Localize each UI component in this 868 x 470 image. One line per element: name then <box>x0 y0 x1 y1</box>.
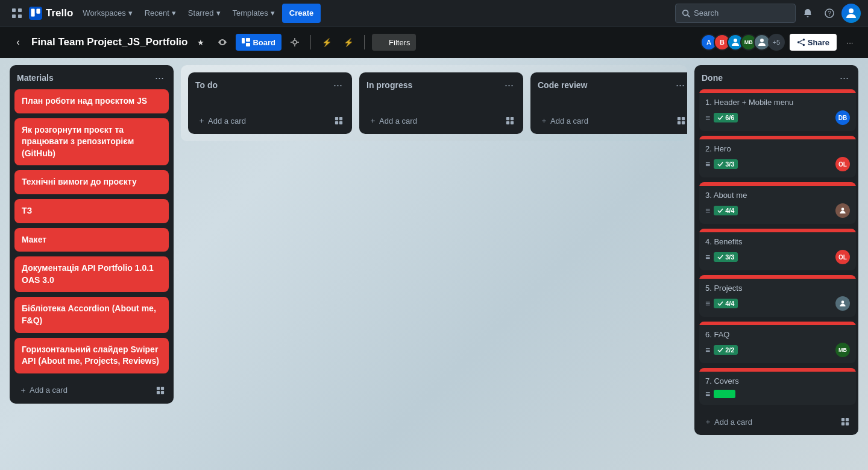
recent-menu[interactable]: Recent ▾ <box>140 4 181 23</box>
plus-icon: ＋ <box>198 115 206 126</box>
automation-icon[interactable]: ⚡ <box>340 34 357 51</box>
list-cards-done: 1. Header + Mobile menu ≡ 6/6 DB <box>694 89 858 410</box>
trello-logo-text: Trello <box>46 7 73 19</box>
svg-point-22 <box>802 39 805 41</box>
svg-rect-31 <box>335 117 338 120</box>
svg-line-8 <box>688 14 690 17</box>
svg-rect-40 <box>682 117 685 120</box>
board-title: Final Team Project_JS_Portfolio <box>31 36 187 48</box>
done-card-6[interactable]: 6. FAQ ≡ 2/2 MB <box>699 322 856 363</box>
list-header-done: Done ··· <box>694 65 858 89</box>
svg-point-7 <box>683 10 688 15</box>
star-icon[interactable]: ★ <box>192 34 209 51</box>
checklist-badge-6: 2/2 <box>714 345 738 355</box>
help-icon[interactable]: ? <box>820 4 839 23</box>
svg-rect-13 <box>246 38 250 42</box>
svg-rect-3 <box>18 14 22 18</box>
create-button[interactable]: Create <box>282 4 321 23</box>
plus-icon: ＋ <box>540 115 548 126</box>
add-card-button-inprogress[interactable]: ＋ Add a card <box>364 113 502 129</box>
board-view-button[interactable]: Board <box>236 34 281 51</box>
done-card-title-4: 4. Benefits <box>705 237 850 246</box>
grid-menu-icon[interactable] <box>7 4 27 23</box>
done-card-2[interactable]: 2. Hero ≡ 3/3 OL <box>699 136 856 177</box>
done-card-title-7: 7. Covers <box>705 376 850 386</box>
back-button[interactable]: ‹ <box>10 34 27 51</box>
more-options-icon[interactable]: ··· <box>841 34 858 51</box>
svg-rect-47 <box>841 422 844 425</box>
user-avatar[interactable] <box>841 4 861 23</box>
template-card-icon-todo[interactable] <box>330 112 347 129</box>
starred-menu[interactable]: Starred ▾ <box>183 4 225 23</box>
template-card-icon-done[interactable] <box>837 413 854 430</box>
svg-point-44 <box>841 300 844 303</box>
checklist-badge-4: 3/3 <box>714 252 738 262</box>
add-card-button-todo[interactable]: ＋ Add a card <box>193 113 330 129</box>
trello-logo[interactable]: Trello <box>29 7 73 20</box>
card-materials-6[interactable]: Документація API Portfolio 1.0.1 OAS 3.0 <box>14 256 169 292</box>
done-card-1[interactable]: 1. Header + Mobile menu ≡ 6/6 DB <box>699 89 856 131</box>
list-title-inprogress: In progress <box>366 80 412 90</box>
template-card-icon-codereview[interactable] <box>673 112 687 129</box>
drag-handle-7: ≡ <box>705 389 710 399</box>
svg-rect-27 <box>157 387 160 390</box>
add-card-button-done[interactable]: ＋ Add a card <box>699 414 837 430</box>
notifications-icon[interactable] <box>798 4 817 23</box>
card-materials-8[interactable]: Горизонтальний слайдер Swiper API (About… <box>14 338 169 373</box>
list-menu-button-codereview[interactable]: ··· <box>673 78 687 92</box>
card-title-materials-6: Документація API Portfolio 1.0.1 OAS 3.0 <box>22 263 154 285</box>
list-footer-inprogress: ＋ Add a card <box>359 109 523 134</box>
svg-point-21 <box>760 39 764 42</box>
customize-icon[interactable] <box>286 34 303 51</box>
list-codereview: Code review ··· ＋ Add a card <box>530 72 687 134</box>
card-materials-3[interactable]: Технічні вимоги до проєкту <box>14 170 169 194</box>
svg-rect-5 <box>31 8 34 16</box>
list-cards-todo <box>188 97 352 109</box>
card-avatar-4: OL <box>835 250 850 264</box>
done-card-4[interactable]: 4. Benefits ≡ 3/3 OL <box>699 229 856 270</box>
checklist-badge-2: 3/3 <box>714 159 738 169</box>
done-card-5[interactable]: 5. Projects ≡ 4/4 <box>699 275 856 317</box>
card-materials-2[interactable]: Як розгорнути проєкт та працювати з репо… <box>14 118 169 166</box>
done-card-3[interactable]: 3. About me ≡ 4/4 <box>699 182 856 224</box>
search-input[interactable] <box>694 8 778 17</box>
templates-menu[interactable]: Templates ▾ <box>228 4 280 23</box>
checklist-badge-1: 6/6 <box>714 113 738 122</box>
add-card-button-materials[interactable]: ＋ Add a card <box>14 383 152 398</box>
svg-rect-6 <box>36 8 40 13</box>
share-button[interactable]: Share <box>790 34 837 51</box>
card-title-materials-1: План роботи над проєктом JS <box>22 96 147 106</box>
chevron-down-icon: ▾ <box>128 8 133 17</box>
template-card-icon[interactable] <box>152 382 169 399</box>
visibility-icon[interactable] <box>214 34 231 51</box>
list-footer-materials: ＋ Add a card <box>10 378 174 404</box>
list-menu-button-todo[interactable]: ··· <box>331 78 345 92</box>
list-materials: Materials ··· План роботи над проєктом J… <box>10 65 174 404</box>
workspaces-menu[interactable]: Workspaces ▾ <box>78 4 137 23</box>
done-card-title-1: 1. Header + Mobile menu <box>705 98 850 107</box>
drag-handle-1: ≡ <box>705 113 710 122</box>
list-menu-button-done[interactable]: ··· <box>837 71 851 84</box>
card-materials-1[interactable]: План роботи над проєктом JS <box>14 89 169 113</box>
search-box[interactable] <box>675 4 796 23</box>
template-card-icon-inprogress[interactable] <box>502 112 518 129</box>
card-materials-5[interactable]: Макет <box>14 228 169 252</box>
done-card-title-5: 5. Projects <box>705 284 850 293</box>
power-ups-icon[interactable]: ⚡ <box>318 34 335 51</box>
svg-rect-42 <box>682 121 685 124</box>
svg-rect-14 <box>246 43 250 46</box>
filters-button[interactable]: Filters <box>372 34 416 51</box>
svg-rect-28 <box>161 387 164 390</box>
list-menu-button-materials[interactable]: ··· <box>153 71 166 84</box>
card-materials-4[interactable]: ТЗ <box>14 199 169 223</box>
top-navigation: Trello Workspaces ▾ Recent ▾ Starred ▾ T… <box>0 0 868 27</box>
list-menu-button-inprogress[interactable]: ··· <box>502 78 516 92</box>
more-members-badge[interactable]: +5 <box>768 34 785 51</box>
checklist-badge-5: 4/4 <box>714 299 738 308</box>
add-card-button-codereview[interactable]: ＋ Add a card <box>535 113 673 129</box>
list-title-todo: To do <box>195 80 218 90</box>
svg-rect-1 <box>18 8 22 12</box>
done-card-7[interactable]: 7. Covers ≡ <box>699 368 856 405</box>
svg-rect-32 <box>339 117 342 120</box>
card-materials-7[interactable]: Бібліотека Accordion (About me, F&Q) <box>14 297 169 332</box>
